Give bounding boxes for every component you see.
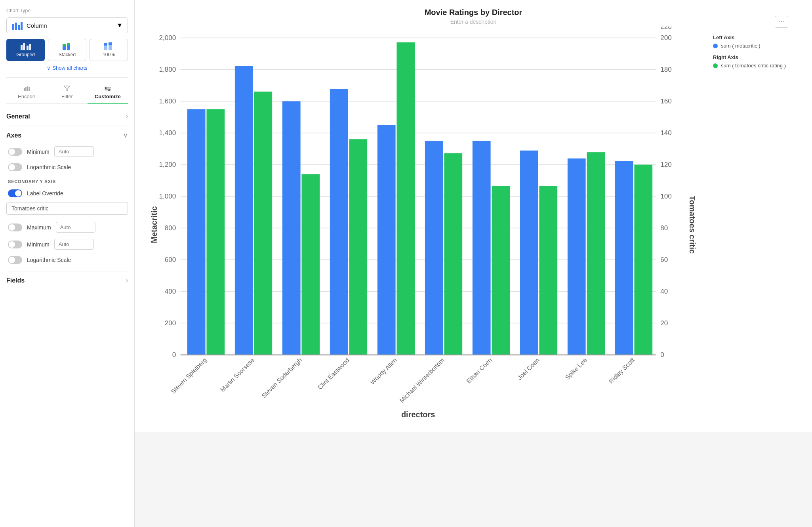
svg-rect-12 xyxy=(104,46,107,50)
svg-text:20: 20 xyxy=(660,319,668,327)
svg-text:800: 800 xyxy=(165,224,176,232)
label-override-input[interactable] xyxy=(6,202,128,215)
tomatoes-legend-label: sum ( tomatoes critic rating ) xyxy=(721,63,786,69)
chart-title-area: Movie Ratings by Director Enter a descri… xyxy=(147,8,800,25)
chart-type-dropdown[interactable]: Column ▼ xyxy=(6,17,128,33)
encode-icon xyxy=(23,85,30,92)
chevron-icon: ∨ xyxy=(47,65,51,71)
svg-text:600: 600 xyxy=(165,256,176,264)
svg-rect-7 xyxy=(29,44,31,50)
bar-scorsese-meta xyxy=(235,66,253,355)
left-axis-legend-title: Left Axis xyxy=(713,34,800,40)
axes-section: Axes ∨ Minimum Logarithmic Scale SECONDA… xyxy=(6,126,128,271)
divider-1 xyxy=(6,77,128,78)
encode-label: Encode xyxy=(18,94,35,99)
log-scale-toggle[interactable] xyxy=(8,163,22,171)
svg-text:400: 400 xyxy=(165,287,176,295)
chart-area: Metacritic Tomatoes critic xyxy=(147,27,701,424)
minimum-row: Minimum xyxy=(6,143,128,160)
svg-text:1,800: 1,800 xyxy=(159,65,176,73)
minimum2-toggle[interactable] xyxy=(8,241,22,248)
svg-text:Spike Lee: Spike Lee xyxy=(564,357,589,381)
show-all-charts-btn[interactable]: ∨ Show all charts xyxy=(6,65,128,71)
minimum2-label: Minimum xyxy=(27,241,50,248)
svg-text:80: 80 xyxy=(660,224,668,232)
svg-text:directors: directors xyxy=(401,410,435,419)
variant-grouped[interactable]: Grouped xyxy=(6,39,45,61)
minimum2-input[interactable] xyxy=(54,239,94,250)
axes-header[interactable]: Axes ∨ xyxy=(6,126,128,143)
general-section[interactable]: General › xyxy=(6,107,128,126)
svg-rect-10 xyxy=(67,45,70,50)
svg-text:Ridley Scott: Ridley Scott xyxy=(608,357,636,385)
secondary-y-header: SECONDARY Y AXIS xyxy=(8,179,126,184)
svg-rect-1 xyxy=(15,23,17,30)
bar-spielberg-meta xyxy=(187,109,206,355)
svg-point-21 xyxy=(105,87,107,89)
fields-section[interactable]: Fields › xyxy=(6,271,128,290)
bar-winterbottom-meta xyxy=(425,141,443,355)
bar-soderbergh-meta xyxy=(282,101,301,355)
chart-subtitle: Enter a description xyxy=(147,19,800,25)
minimum-toggle[interactable] xyxy=(8,148,22,156)
log-scale2-toggle[interactable] xyxy=(8,256,22,264)
bar-joel-meta xyxy=(520,151,538,355)
chart-type-label: Chart Type xyxy=(6,8,128,13)
log-scale-row: Logarithmic Scale xyxy=(6,160,128,174)
svg-text:2,000: 2,000 xyxy=(159,34,176,42)
tab-filter[interactable]: Filter xyxy=(47,82,87,103)
svg-rect-0 xyxy=(12,24,14,30)
stacked-label: Stacked xyxy=(59,52,76,57)
bar-eastwood-meta xyxy=(330,89,348,355)
chart-variants: Grouped Stacked 100% xyxy=(6,39,128,61)
minimum-input[interactable] xyxy=(54,146,94,157)
tomatoes-dot xyxy=(713,63,718,68)
svg-text:1,000: 1,000 xyxy=(159,192,176,200)
bar-allen-meta xyxy=(377,125,396,355)
variant-stacked[interactable]: Stacked xyxy=(48,39,86,61)
customize-icon xyxy=(104,85,111,92)
label-override-row: Label Override xyxy=(6,186,128,200)
bar-ridley-tom xyxy=(634,165,652,355)
label-override-toggle[interactable] xyxy=(8,189,22,197)
bar-spike-meta xyxy=(568,158,586,355)
bar-soderbergh-tom xyxy=(301,174,320,355)
label-override-label: Label Override xyxy=(27,190,63,197)
svg-rect-4 xyxy=(21,45,23,50)
grouped-label: Grouped xyxy=(16,52,35,57)
variant-100pct[interactable]: 100% xyxy=(90,39,128,61)
svg-text:Michael Winterbottom: Michael Winterbottom xyxy=(398,357,446,404)
bar-ethan-meta xyxy=(473,141,491,355)
svg-text:1,600: 1,600 xyxy=(159,97,176,105)
bar-spike-tom xyxy=(587,152,605,355)
maximum-input[interactable] xyxy=(56,222,95,233)
bar-ridley-meta xyxy=(615,161,633,355)
bar-chart: Metacritic Tomatoes critic xyxy=(147,27,701,423)
svg-text:200: 200 xyxy=(165,319,176,327)
axes-title: Axes xyxy=(6,132,21,139)
svg-point-23 xyxy=(108,89,110,91)
bar-allen-tom xyxy=(396,42,415,355)
svg-text:0: 0 xyxy=(172,351,176,359)
tab-customize[interactable]: Customize xyxy=(88,82,128,103)
customize-label: Customize xyxy=(95,94,121,99)
svg-text:60: 60 xyxy=(660,256,668,264)
fields-title: Fields xyxy=(6,277,25,284)
svg-text:Tomatoes critic: Tomatoes critic xyxy=(688,196,697,254)
ellipsis-icon: ··· xyxy=(779,18,784,25)
svg-rect-18 xyxy=(27,86,28,91)
chart-menu-button[interactable]: ··· xyxy=(775,16,788,28)
maximum-toggle[interactable] xyxy=(8,223,22,231)
svg-rect-14 xyxy=(109,45,112,50)
legend-tomatoes: sum ( tomatoes critic rating ) xyxy=(713,63,800,69)
svg-text:140: 140 xyxy=(660,129,672,137)
svg-rect-15 xyxy=(109,42,112,45)
tab-encode[interactable]: Encode xyxy=(6,82,47,103)
main-content: Movie Ratings by Director Enter a descri… xyxy=(135,0,812,432)
stacked-icon xyxy=(61,42,73,50)
svg-text:Clint Eastwood: Clint Eastwood xyxy=(316,357,351,391)
general-chevron-icon: › xyxy=(126,113,128,120)
100pct-icon xyxy=(103,42,115,50)
minimum2-row: Minimum xyxy=(6,236,128,253)
svg-text:220: 220 xyxy=(660,27,672,31)
